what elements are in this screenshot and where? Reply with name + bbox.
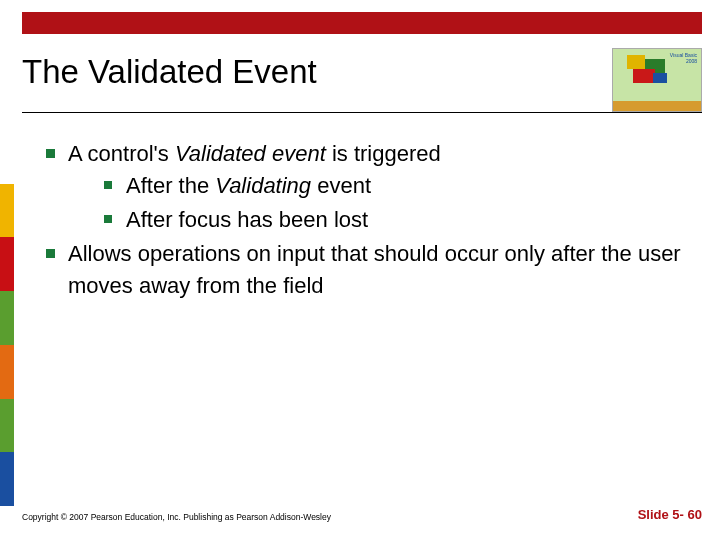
slide-number: Slide 5- 60 bbox=[638, 507, 702, 522]
text-run: event bbox=[311, 173, 371, 198]
text-run: After the bbox=[126, 173, 215, 198]
sidebar-seg bbox=[0, 291, 14, 345]
title-underline bbox=[22, 112, 702, 113]
sidebar-seg bbox=[0, 345, 14, 399]
top-accent-bar bbox=[22, 12, 702, 34]
slide: The Validated Event Visual Basic 2008 A … bbox=[0, 0, 720, 540]
text-italic: Validated event bbox=[175, 141, 326, 166]
lego-block-icon bbox=[653, 73, 667, 83]
text-italic: Validating bbox=[215, 173, 311, 198]
list-item: After the Validating event bbox=[98, 170, 696, 202]
logo-text: Visual Basic 2008 bbox=[670, 53, 697, 64]
title-row: The Validated Event Visual Basic 2008 bbox=[22, 48, 702, 112]
sidebar-seg bbox=[0, 237, 14, 291]
text-run: Allows operations on input that should o… bbox=[68, 241, 681, 298]
text-run: After focus has been lost bbox=[126, 207, 368, 232]
content-area: A control's Validated event is triggered… bbox=[40, 138, 696, 305]
footer: Copyright © 2007 Pearson Education, Inc.… bbox=[22, 507, 702, 522]
logo-text-line2: 2008 bbox=[670, 59, 697, 65]
logo-footer-band bbox=[613, 101, 701, 111]
color-sidebar bbox=[0, 130, 14, 506]
bullet-sublist: After the Validating event After focus h… bbox=[98, 170, 696, 236]
slide-title: The Validated Event bbox=[22, 48, 317, 92]
sidebar-seg bbox=[0, 399, 14, 453]
copyright-text: Copyright © 2007 Pearson Education, Inc.… bbox=[22, 512, 331, 522]
text-run: A control's bbox=[68, 141, 175, 166]
lego-block-icon bbox=[627, 55, 645, 69]
bullet-list: A control's Validated event is triggered… bbox=[40, 138, 696, 303]
text-run: is triggered bbox=[326, 141, 441, 166]
sidebar-seg bbox=[0, 130, 14, 184]
lego-block-icon bbox=[633, 69, 655, 83]
list-item: Allows operations on input that should o… bbox=[40, 238, 696, 302]
sidebar-seg bbox=[0, 184, 14, 238]
sidebar-seg bbox=[0, 452, 14, 506]
book-cover-logo: Visual Basic 2008 bbox=[612, 48, 702, 112]
list-item: After focus has been lost bbox=[98, 204, 696, 236]
list-item: A control's Validated event is triggered… bbox=[40, 138, 696, 236]
